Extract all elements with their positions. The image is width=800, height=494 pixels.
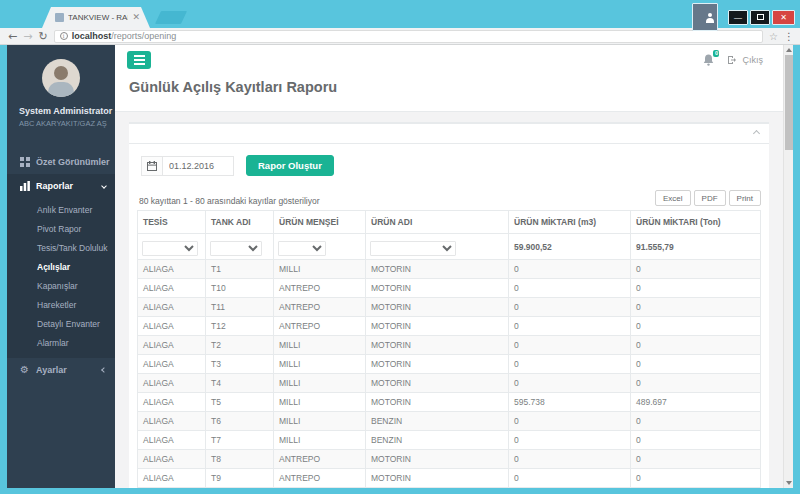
table-cell: ALIAGA: [138, 260, 206, 279]
sidebar-subitem-detayl-envanter[interactable]: Detaylı Envanter: [7, 314, 115, 333]
sidebar-nav: Özet Görünümler Raporlar Anlık EnvanterP…: [7, 150, 115, 382]
scroll-down-arrow-icon[interactable]: [786, 481, 792, 485]
table-cell: BENZIN: [366, 412, 509, 431]
logout-link[interactable]: Çıkış: [728, 55, 763, 65]
table-cell: ALIAGA: [138, 469, 206, 488]
collapse-panel-icon[interactable]: [753, 130, 760, 137]
tab-close-icon[interactable]: ✕: [132, 13, 140, 22]
sidebar-subitem-alarmlar[interactable]: Alarmlar: [7, 333, 115, 352]
generate-report-button[interactable]: Rapor Oluştur: [246, 155, 334, 176]
tab-title: TANKVIEW - RAPORLAR: [68, 13, 128, 22]
browser-tab[interactable]: TANKVIEW - RAPORLAR ✕: [42, 7, 150, 28]
table-cell: MOTORIN: [366, 393, 509, 412]
column-header: ÜRÜN MİKTARI (Ton): [631, 211, 761, 234]
maximize-button[interactable]: [750, 10, 770, 25]
avatar[interactable]: [42, 59, 80, 97]
user-name: System Administrator: [19, 106, 103, 116]
filter-urun-mensei-select[interactable]: [278, 241, 326, 256]
table-cell: 0: [509, 336, 631, 355]
table-cell: ALIAGA: [138, 393, 206, 412]
sign-out-icon: [728, 55, 738, 65]
sidebar-subitem-tesis-tank-doluluk[interactable]: Tesis/Tank Doluluk: [7, 238, 115, 257]
page-scrollbar[interactable]: [783, 45, 793, 488]
table-cell: 0: [509, 374, 631, 393]
sidebar-item-ayarlar[interactable]: ⚙ Ayarlar: [7, 358, 115, 382]
report-table: TESİSTANK ADIÜRÜN MENŞEİÜRÜN ADIÜRÜN MİK…: [137, 210, 761, 488]
total-ton: 91.555,79: [631, 234, 761, 260]
pdf-export-button[interactable]: PDF: [694, 190, 726, 206]
table-cell: BATMAN: [138, 488, 206, 489]
forward-icon[interactable]: →: [23, 31, 32, 42]
table-cell: MILLI: [274, 412, 366, 431]
bar-chart-icon: [19, 181, 30, 191]
table-cell: MOTORIN: [366, 450, 509, 469]
table-cell: MOTORIN: [366, 317, 509, 336]
table-cell: T7: [206, 431, 274, 450]
records-summary: 80 kayıttan 1 - 80 arasındaki kayıtlar g…: [139, 196, 319, 206]
table-cell: ANTREPO: [274, 279, 366, 298]
table-cell: 0: [631, 412, 761, 431]
filter-urun-adi-select[interactable]: [370, 241, 456, 256]
sidebar-item-raporlar[interactable]: Raporlar: [7, 174, 115, 198]
reports-submenu: Anlık EnvanterPivot RaporTesis/Tank Dolu…: [7, 198, 115, 358]
close-button[interactable]: ✕: [772, 10, 795, 25]
notifications-button[interactable]: 0: [703, 54, 714, 66]
sidebar-item-label: Ayarlar: [36, 365, 96, 375]
browser-titlebar: TANKVIEW - RAPORLAR ✕ — ✕: [0, 0, 800, 28]
table-cell: ALIAGA: [138, 374, 206, 393]
table-cell: KALYAK: [366, 488, 509, 489]
sidebar-item-ozet-gorunumler[interactable]: Özet Görünümler: [7, 150, 115, 174]
bookmark-star-icon[interactable]: ☆: [769, 31, 778, 42]
report-form: Rapor Oluştur: [141, 155, 761, 176]
sidebar-toggle-button[interactable]: [127, 51, 151, 69]
browser-menu-icon[interactable]: ⋮: [784, 31, 794, 42]
table-cell: ANTREPO: [274, 317, 366, 336]
total-m3: 59.900,52: [509, 234, 631, 260]
filter-tank-adi-select[interactable]: [210, 241, 262, 256]
sidebar-subitem-a-l-lar[interactable]: Açılışlar: [7, 257, 115, 276]
profile-block: System Administrator ABC AKARYAKIT/GAZ A…: [7, 45, 115, 140]
logout-label: Çıkış: [742, 55, 763, 65]
minimize-button[interactable]: —: [728, 10, 748, 25]
table-cell: T8: [206, 450, 274, 469]
table-info-row: 80 kayıttan 1 - 80 arasındaki kayıtlar g…: [139, 190, 761, 206]
address-bar[interactable]: i localhost/reports/opening: [54, 30, 763, 43]
table-cell: 0: [631, 336, 761, 355]
browser-window: TANKVIEW - RAPORLAR ✕ — ✕ ← → ↻ i localh…: [0, 0, 800, 494]
table-cell: MILLI: [274, 488, 366, 489]
table-cell: T1: [206, 260, 274, 279]
report-date-input[interactable]: [162, 156, 234, 176]
table-cell: T4: [206, 374, 274, 393]
table-row: BATMANKALYAKMILLIKALYAK00: [138, 488, 761, 489]
table-cell: MILLI: [274, 393, 366, 412]
table-cell: ALIAGA: [138, 450, 206, 469]
sidebar-subitem-hareketler[interactable]: Hareketler: [7, 295, 115, 314]
table-cell: ANTREPO: [274, 450, 366, 469]
table-row: ALIAGAT4MILLIMOTORIN00: [138, 374, 761, 393]
sidebar-subitem-anl-k-envanter[interactable]: Anlık Envanter: [7, 200, 115, 219]
excel-export-button[interactable]: Excel: [655, 190, 691, 206]
sidebar-subitem-pivot-rapor[interactable]: Pivot Rapor: [7, 219, 115, 238]
calendar-icon[interactable]: [141, 156, 162, 176]
page-info-icon[interactable]: i: [60, 32, 68, 40]
panel-body: Rapor Oluştur 80 kayıttan 1 - 80 arasınd…: [129, 144, 769, 488]
table-cell: ALIAGA: [138, 355, 206, 374]
table-cell: 0: [631, 431, 761, 450]
filter-tesis-select[interactable]: [142, 241, 198, 256]
print-export-button[interactable]: Print: [729, 190, 761, 206]
table-cell: MILLI: [274, 355, 366, 374]
new-tab-button[interactable]: [155, 11, 187, 24]
user-organization: ABC AKARYAKIT/GAZ AŞ: [19, 119, 103, 128]
refresh-icon[interactable]: ↻: [38, 31, 47, 42]
scroll-up-arrow-icon[interactable]: [786, 48, 792, 52]
table-cell: ALIAGA: [138, 431, 206, 450]
sidebar-subitem-kapan-lar[interactable]: Kapanışlar: [7, 276, 115, 295]
column-header: ÜRÜN MENŞEİ: [274, 211, 366, 234]
table-cell: T12: [206, 317, 274, 336]
browser-profile-button[interactable]: [692, 3, 718, 31]
content: Rapor Oluştur 80 kayıttan 1 - 80 arasınd…: [115, 112, 783, 488]
back-icon[interactable]: ←: [8, 31, 17, 42]
table-cell: 0: [509, 355, 631, 374]
scrollbar-thumb[interactable]: [785, 55, 793, 150]
url-path: /reports/opening: [111, 31, 176, 41]
